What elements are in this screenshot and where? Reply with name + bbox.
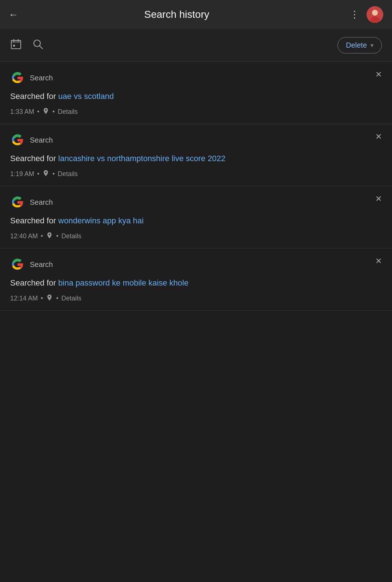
item-header: Search bbox=[10, 133, 382, 147]
query-link[interactable]: wonderwins app kya hai bbox=[58, 216, 144, 225]
meta-time: 12:40 AM bbox=[10, 232, 38, 240]
delete-label: Delete bbox=[346, 41, 367, 49]
chevron-down-icon: ▾ bbox=[371, 42, 373, 49]
search-prefix: Searched for bbox=[10, 216, 58, 225]
google-logo bbox=[10, 195, 25, 210]
item-header: Search bbox=[10, 71, 382, 85]
item-meta: 1:19 AM • • Details bbox=[10, 170, 382, 179]
toolbar: Delete ▾ bbox=[0, 29, 392, 62]
query-link[interactable]: bina password ke mobile kaise khole bbox=[58, 278, 188, 287]
close-button[interactable]: ✕ bbox=[375, 71, 382, 79]
calendar-icon[interactable] bbox=[10, 38, 22, 52]
header-actions: ⋮ bbox=[350, 6, 383, 23]
meta-separator: • bbox=[37, 170, 39, 178]
google-logo bbox=[10, 71, 25, 85]
header: ← Search history ⋮ bbox=[0, 0, 392, 29]
item-query: Searched for lancashire vs northamptonsh… bbox=[10, 152, 382, 164]
item-type-label: Search bbox=[30, 260, 53, 269]
location-icon bbox=[46, 232, 53, 241]
item-header: Search bbox=[10, 195, 382, 210]
query-link[interactable]: lancashire vs northamptonshire live scor… bbox=[58, 154, 225, 163]
meta-separator-2: • bbox=[52, 108, 55, 116]
item-type-label: Search bbox=[30, 198, 53, 207]
more-options-icon[interactable]: ⋮ bbox=[350, 9, 360, 20]
item-meta: 1:33 AM • • Details bbox=[10, 107, 382, 116]
google-logo bbox=[10, 133, 25, 147]
search-prefix: Searched for bbox=[10, 278, 58, 287]
svg-rect-7 bbox=[13, 45, 15, 47]
item-meta: 12:40 AM • • Details bbox=[10, 232, 382, 241]
svg-rect-4 bbox=[11, 40, 21, 43]
query-link[interactable]: uae vs scotland bbox=[58, 92, 114, 101]
item-meta: 12:14 AM • • Details bbox=[10, 294, 382, 303]
filter-search-icon[interactable] bbox=[32, 38, 44, 52]
history-item: Search ✕ Searched for bina password ke m… bbox=[0, 248, 392, 311]
delete-button[interactable]: Delete ▾ bbox=[337, 37, 382, 53]
svg-line-9 bbox=[40, 46, 43, 49]
history-item: Search ✕ Searched for lancashire vs nort… bbox=[0, 124, 392, 186]
search-prefix: Searched for bbox=[10, 154, 58, 163]
meta-time: 1:33 AM bbox=[10, 108, 34, 116]
meta-separator-2: • bbox=[56, 295, 58, 302]
location-icon bbox=[42, 107, 49, 116]
avatar[interactable] bbox=[367, 6, 383, 23]
meta-time: 1:19 AM bbox=[10, 170, 34, 178]
item-header: Search bbox=[10, 257, 382, 272]
meta-separator: • bbox=[41, 295, 43, 302]
item-type-label: Search bbox=[30, 136, 53, 144]
meta-time: 12:14 AM bbox=[10, 295, 38, 302]
history-item: Search ✕ Searched for wonderwins app kya… bbox=[0, 186, 392, 248]
close-button[interactable]: ✕ bbox=[375, 257, 382, 265]
page-title: Search history bbox=[25, 9, 328, 20]
meta-separator-2: • bbox=[52, 170, 55, 178]
history-list: Search ✕ Searched for uae vs scotland 1:… bbox=[0, 62, 392, 311]
meta-separator: • bbox=[37, 108, 39, 116]
item-query: Searched for wonderwins app kya hai bbox=[10, 215, 382, 227]
details-link[interactable]: Details bbox=[58, 108, 78, 116]
details-link[interactable]: Details bbox=[58, 170, 78, 178]
close-button[interactable]: ✕ bbox=[375, 133, 382, 141]
google-logo bbox=[10, 257, 25, 272]
search-prefix: Searched for bbox=[10, 92, 58, 101]
details-link[interactable]: Details bbox=[61, 295, 81, 302]
location-icon bbox=[42, 170, 49, 179]
location-icon bbox=[46, 294, 53, 303]
details-link[interactable]: Details bbox=[61, 232, 81, 240]
meta-separator: • bbox=[41, 232, 43, 240]
meta-separator-2: • bbox=[56, 232, 58, 240]
back-button[interactable]: ← bbox=[9, 9, 18, 20]
close-button[interactable]: ✕ bbox=[375, 195, 382, 203]
svg-point-1 bbox=[372, 10, 378, 16]
history-item: Search ✕ Searched for uae vs scotland 1:… bbox=[0, 62, 392, 124]
item-query: Searched for uae vs scotland bbox=[10, 90, 382, 102]
item-type-label: Search bbox=[30, 74, 53, 82]
item-query: Searched for bina password ke mobile kai… bbox=[10, 277, 382, 289]
